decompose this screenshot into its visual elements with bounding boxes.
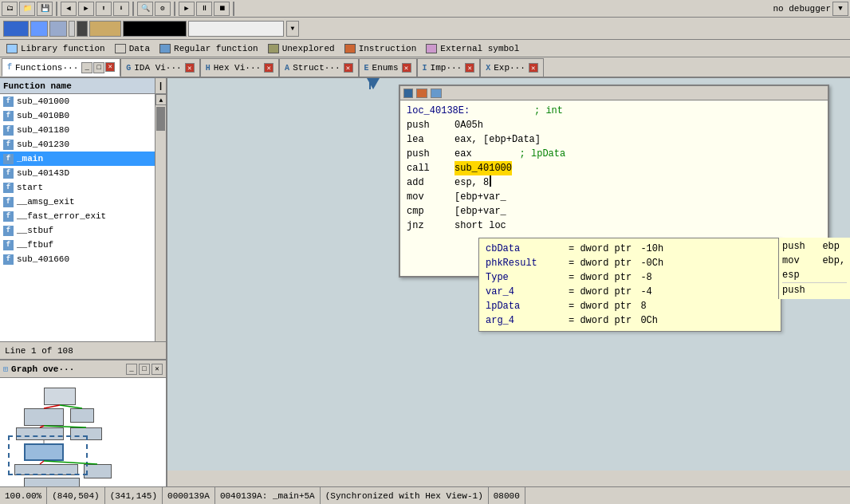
function-list-item[interactable]: fsub_401660	[0, 252, 155, 266]
tab-enums-close[interactable]: ✕	[402, 63, 411, 73]
status-addr2: 0040139A: _main+5A	[215, 487, 321, 504]
function-list-icon: f	[3, 183, 14, 193]
graph-close[interactable]: ✕	[152, 364, 163, 375]
color-block-black	[123, 21, 187, 37]
col-resize-handle[interactable]: |	[155, 78, 166, 93]
legend-bar: Library function Data Regular function U…	[0, 40, 850, 57]
function-list-item[interactable]: f__fast_error_exit	[0, 209, 155, 223]
asm-jnz-mnem: jnz	[407, 219, 455, 233]
tab-imports-icon: I	[423, 64, 427, 73]
toolbar-icon-12[interactable]: ⏹	[214, 2, 230, 16]
tab-functions-close[interactable]: ✕	[105, 62, 115, 72]
tab-imports[interactable]: I Imp··· ✕	[417, 58, 481, 77]
asm-push2-comment: ; lpData	[520, 147, 566, 161]
tab-exports-label: Exp···	[494, 63, 525, 73]
view-dropdown[interactable]: ▼	[286, 21, 299, 37]
asm-titlebar	[400, 86, 828, 100]
tab-exports[interactable]: X Exp··· ✕	[480, 58, 544, 77]
asm-add-operand: esp, 8	[455, 175, 489, 190]
tab-structs[interactable]: A Struct··· ✕	[279, 58, 358, 77]
toolbar-icon-8[interactable]: 🔍	[137, 2, 153, 16]
status-coords2: (341,145)	[105, 487, 163, 504]
legend-instruction: Instruction	[344, 44, 417, 53]
graph-node-1	[44, 388, 76, 405]
scroll-up-btn[interactable]: ▲	[155, 94, 166, 105]
tab-functions-restore[interactable]: □	[93, 62, 104, 73]
asm-right-line3: push	[782, 282, 847, 297]
line-count-label: Line 1 of 108	[5, 346, 73, 356]
function-list-item[interactable]: fstart	[0, 180, 155, 195]
tab-enums-label: Enums	[372, 63, 399, 73]
graph-overview-panel: ⊞ Graph ove··· _ □ ✕	[0, 359, 167, 486]
debugger-dropdown[interactable]: ▼	[832, 2, 848, 16]
function-list-item[interactable]: f__stbuf	[0, 223, 155, 238]
asm-line-call: call sub_401000	[407, 161, 821, 175]
function-list-item[interactable]: f__ftbuf	[0, 238, 155, 252]
function-list-name: __amsg_exit	[17, 197, 75, 207]
var-arg4-eq: = dword ptr	[569, 313, 632, 328]
var-cbdata: cbData = dword ptr -10h	[486, 242, 774, 256]
graph-node-7	[84, 464, 112, 478]
var-arg4-val: 0Ch	[635, 313, 658, 328]
asm-line-mov: mov [ebp+var_	[407, 190, 821, 204]
toolbar-icon-11[interactable]: ⏸	[196, 2, 212, 16]
function-list-item[interactable]: f_main	[0, 152, 155, 166]
tab-ida-view[interactable]: G IDA Vi··· ✕	[120, 58, 199, 77]
graph-overview-content[interactable]	[0, 378, 166, 486]
toolbar-icon-6[interactable]: ⬆	[96, 2, 112, 16]
tab-functions-minimize[interactable]: _	[81, 62, 92, 73]
function-list-name: __ftbuf	[17, 240, 53, 250]
tab-ida-close[interactable]: ✕	[185, 63, 195, 73]
var-4-eq: = dword ptr	[569, 285, 632, 299]
function-list-item[interactable]: fsub_401180	[0, 123, 155, 137]
var-lpdata-val: 8	[635, 299, 646, 313]
tab-functions-icon: f	[7, 63, 12, 72]
tab-exports-close[interactable]: ✕	[529, 63, 538, 73]
toolbar-icon-7[interactable]: ⬇	[113, 2, 129, 16]
tab-imports-label: Imp···	[431, 63, 462, 73]
function-list-icon: f	[3, 254, 14, 265]
tab-hex-view[interactable]: H Hex Vi··· ✕	[200, 58, 279, 77]
toolbar-icon-10[interactable]: ▶	[179, 2, 195, 16]
graph-restore[interactable]: □	[139, 364, 150, 375]
function-list-name: sub_401180	[17, 125, 69, 135]
toolbar-sep-3	[174, 2, 175, 16]
tab-imports-close[interactable]: ✕	[465, 63, 474, 73]
graph-overview-title: Graph ove···	[11, 364, 74, 374]
tab-functions[interactable]: f Functions··· _ □ ✕	[2, 58, 120, 77]
toolbar-icon-1[interactable]: 🗂	[2, 2, 18, 16]
toolbar-sep-2	[132, 2, 134, 16]
tab-structs-close[interactable]: ✕	[344, 63, 353, 73]
toolbar-top: 🗂 📁 💾 ◀ ▶ ⬆ ⬇ 🔍 ⚙ ▶ ⏸ ⏹ no debugger ▼	[0, 0, 850, 18]
toolbar-icon-5[interactable]: ▶	[78, 2, 94, 16]
toolbar-icon-3[interactable]: 💾	[37, 2, 53, 16]
asm-title-icon-3	[431, 89, 442, 98]
toolbar-icon-4[interactable]: ◀	[61, 2, 77, 16]
tab-enums-icon: E	[364, 64, 369, 73]
status-zoom: 100.00%	[0, 487, 47, 504]
function-list-item[interactable]: f__amsg_exit	[0, 195, 155, 209]
var-cbdata-eq: = dword ptr	[569, 242, 632, 256]
status-bar: 100.00% (840,504) (341,145) 0000139A 004…	[0, 486, 850, 504]
toolbar-sep-1	[56, 2, 57, 16]
function-list-item[interactable]: fsub_401230	[0, 137, 155, 152]
var-lpdata: lpData = dword ptr 8	[486, 299, 774, 313]
toolbar-icon-9[interactable]: ⚙	[155, 2, 171, 16]
legend-regular-color	[159, 44, 171, 53]
function-list-item[interactable]: fsub_40143D	[0, 166, 155, 180]
tab-structs-label: Struct···	[293, 63, 340, 73]
scroll-thumb[interactable]	[156, 107, 165, 131]
asm-add-mnem: add	[407, 175, 455, 190]
graph-minimize[interactable]: _	[126, 364, 137, 375]
tab-enums[interactable]: E Enums ✕	[359, 58, 417, 77]
asm-call-operand: sub_401000	[455, 161, 512, 175]
function-list-icon: f	[3, 111, 14, 121]
function-list-item[interactable]: fsub_401000	[0, 94, 155, 108]
graph-view-panel[interactable]: loc_40138E: ; int push 0A05h lea eax, [e…	[167, 78, 850, 471]
color-block-1	[3, 21, 29, 37]
color-block-4	[69, 21, 75, 37]
function-list-item[interactable]: fsub_4010B0	[0, 108, 155, 123]
tab-hex-close[interactable]: ✕	[264, 63, 273, 73]
toolbar-icon-2[interactable]: 📁	[19, 2, 35, 16]
var-arg4-name: arg_4	[486, 313, 565, 328]
